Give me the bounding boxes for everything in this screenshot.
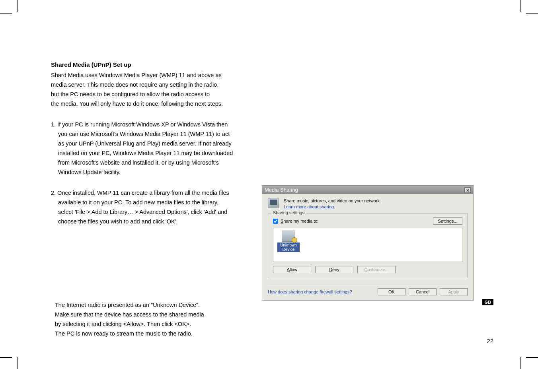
dialog-footer: How does sharing change firewall setting…: [268, 288, 468, 295]
dialog-description: Share music, pictures, and video on your…: [284, 198, 381, 204]
crop-mark: [0, 13, 12, 14]
firewall-link[interactable]: How does sharing change firewall setting…: [268, 289, 352, 294]
apply-button[interactable]: Apply: [440, 288, 468, 295]
step-2: 2. Once installed, WMP 11 can create a l…: [51, 188, 258, 226]
sharing-settings-group: Sharing settings Share my media to: Sett…: [268, 213, 468, 278]
after-line: by selecting it and clicking <Allow>. Th…: [55, 319, 258, 329]
step-line: Windows Update facility.: [51, 167, 258, 177]
cancel-button[interactable]: Cancel: [409, 288, 437, 295]
instruction-column: Shared Media (UPnP) Set up Shard Media u…: [51, 61, 258, 338]
step-line: you can use Microsoft's Windows Media Pl…: [51, 129, 258, 139]
dialog-description-text: Share music, pictures, and video on your…: [284, 198, 381, 210]
crop-mark: [520, 0, 521, 12]
dialog-description-row: Share music, pictures, and video on your…: [268, 198, 468, 210]
deny-button[interactable]: Deny: [315, 266, 353, 273]
unknown-device-item[interactable]: UnknownDevice: [277, 231, 300, 252]
close-icon[interactable]: ✕: [464, 187, 471, 193]
step-line: 2. Once installed, WMP 11 can create a l…: [51, 188, 258, 198]
device-icon: [282, 231, 295, 242]
language-tab: GB: [482, 299, 494, 305]
intro-line: Shard Media uses Windows Media Player (W…: [51, 70, 258, 80]
step-line: as your UPnP (Universal Plug and Play) m…: [51, 139, 258, 148]
crop-mark: [17, 0, 18, 12]
allow-button[interactable]: Allow: [273, 266, 311, 273]
settings-button[interactable]: Settings...: [433, 217, 462, 225]
share-my-media-row: Share my media to: Settings...: [273, 217, 462, 225]
share-my-media-checkbox[interactable]: [273, 219, 278, 224]
dialog-title: Media Sharing: [265, 187, 298, 193]
crop-mark: [526, 13, 538, 14]
after-line: Make sure that the device has access to …: [55, 310, 258, 319]
device-label: UnknownDevice: [277, 243, 300, 252]
media-sharing-dialog: Media Sharing ✕ Share music, pictures, a…: [262, 185, 474, 301]
crop-mark: [526, 357, 538, 358]
step-line: available to it on your PC. To add new m…: [51, 198, 258, 207]
section-heading: Shared Media (UPnP) Set up: [51, 61, 258, 68]
page-number: 22: [487, 338, 493, 344]
device-action-row: Allow Deny Customize...: [273, 266, 462, 273]
step-line: select 'File > Add to Library… > Advance…: [51, 207, 258, 217]
learn-more-link[interactable]: Learn more about sharing.: [284, 204, 381, 210]
crop-mark: [17, 357, 18, 369]
intro-line: but the PC needs to be configured to all…: [51, 89, 258, 99]
after-line: The PC is now ready to stream the music …: [55, 329, 258, 338]
crop-mark: [0, 357, 12, 358]
step-1: 1. If your PC is running Microsoft Windo…: [51, 120, 258, 177]
dialog-body: Share music, pictures, and video on your…: [262, 194, 473, 300]
after-line: The Internet radio is presented as an "U…: [55, 300, 258, 310]
customize-button[interactable]: Customize...: [357, 266, 396, 273]
ok-button[interactable]: OK: [378, 288, 405, 295]
step-line: choose the files you wish to add and cli…: [51, 217, 258, 226]
dialog-footer-buttons: OK Cancel Apply: [378, 288, 468, 295]
intro-paragraph: Shard Media uses Windows Media Player (W…: [51, 70, 258, 109]
step-line: from Microsoft's website and installed i…: [51, 158, 258, 167]
step-line: 1. If your PC is running Microsoft Windo…: [51, 120, 258, 129]
divider: [268, 284, 468, 284]
manual-page: Shared Media (UPnP) Set up Shard Media u…: [51, 61, 489, 338]
after-note: The Internet radio is presented as an "U…: [55, 300, 258, 338]
share-my-media-checkbox-label[interactable]: Share my media to:: [273, 219, 318, 224]
device-list: UnknownDevice: [273, 228, 462, 262]
dialog-screenshot: Media Sharing ✕ Share music, pictures, a…: [262, 185, 474, 301]
share-label: Share my media to:: [281, 219, 318, 223]
dialog-titlebar: Media Sharing ✕: [262, 186, 473, 194]
computer-icon: [268, 198, 279, 208]
crop-mark: [520, 357, 521, 369]
intro-line: the media. You will only have to do it o…: [51, 99, 258, 109]
intro-line: media server. This mode does not require…: [51, 80, 258, 89]
groupbox-title: Sharing settings: [271, 210, 306, 215]
step-line: installed on your PC, Windows Media Play…: [51, 148, 258, 158]
